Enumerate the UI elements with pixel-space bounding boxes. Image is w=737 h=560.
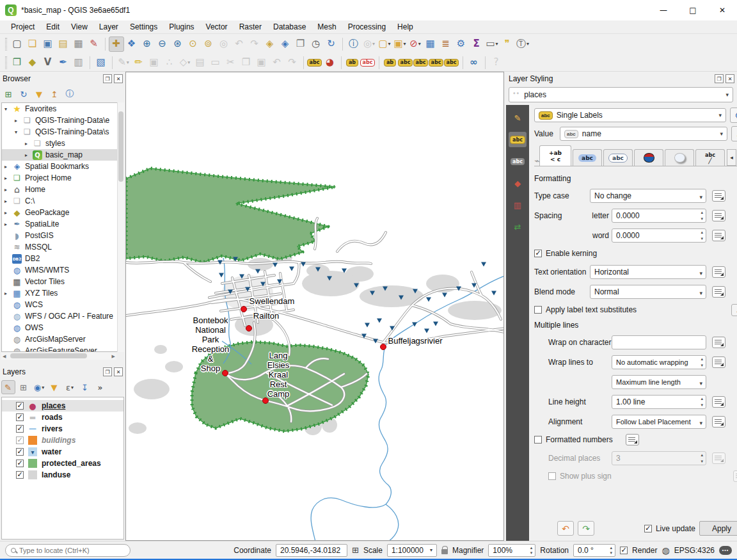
layer-row[interactable]: ✓ landuse (2, 469, 123, 481)
identify-features-icon[interactable]: ⓘ (346, 36, 361, 52)
layer-row[interactable]: ✓ places (2, 400, 123, 412)
zoom-out-icon[interactable]: ⊖ (155, 36, 170, 52)
menu-item[interactable]: Settings (124, 21, 163, 33)
data-defined-override-button[interactable] (712, 356, 725, 368)
properties-icon[interactable]: ⓘ (63, 87, 77, 101)
live-update-checkbox[interactable]: ✓ (644, 525, 652, 532)
layer-diagram-options-icon[interactable]: ◕ (322, 55, 338, 70)
add-point-feature-icon[interactable]: ∴ (162, 55, 177, 70)
undo-style-button[interactable]: ↶ (557, 521, 574, 536)
collapse-all-icon[interactable]: ↥ (47, 87, 61, 101)
data-source-manager-icon[interactable]: ❒ (10, 55, 25, 70)
wrap-character-input[interactable] (612, 335, 706, 349)
pin-label-icon[interactable]: ab (383, 55, 398, 70)
filter-by-expression-icon[interactable]: ε▾ (63, 380, 77, 394)
automated-placement-settings-button[interactable]: ⚙ (730, 108, 737, 123)
lock-scale-icon[interactable] (441, 549, 448, 554)
tree-item[interactable]: ▸ QGIS-Training-Data\e (2, 115, 123, 126)
expander-icon[interactable]: ▸ (25, 141, 33, 147)
layer-visibility-checkbox[interactable]: ✓ (16, 448, 24, 456)
expander-icon[interactable]: ▸ (4, 210, 12, 216)
new-map-view-icon[interactable]: ❐ (293, 36, 308, 52)
rotation-input[interactable]: 0.0 ° (573, 544, 615, 557)
type-case-select[interactable]: No change▾ (590, 189, 706, 203)
data-defined-override-button[interactable] (712, 190, 725, 202)
expander-icon[interactable]: ▸ (4, 187, 12, 193)
layer-row[interactable]: ✓ water (2, 446, 123, 458)
locator-bar[interactable] (5, 544, 131, 557)
apply-button[interactable]: Apply (699, 521, 737, 536)
text-annotation-icon[interactable]: Ⓣ▾ (515, 36, 530, 52)
zoom-to-layer-icon[interactable]: ⊚ (201, 36, 216, 52)
tree-item[interactable]: ▸ Spatial Bookmarks (2, 161, 123, 172)
magnifier-input[interactable]: 100% (488, 544, 535, 557)
statistics-icon[interactable]: Σ (469, 36, 484, 52)
data-defined-override-button[interactable] (712, 210, 725, 221)
expander-icon[interactable]: ▸ (4, 221, 12, 227)
zoom-in-icon[interactable]: ⊕ (139, 36, 155, 52)
expander-icon[interactable]: ▾ (4, 106, 12, 112)
layer-row[interactable]: ✓ protected_areas (2, 458, 123, 469)
extents-toggle-icon[interactable]: ⊞ (352, 545, 359, 555)
layer-row[interactable]: ✓ rivers (2, 423, 123, 435)
map-canvas[interactable]: SwellendamRailtonBontebok National Park … (125, 72, 504, 541)
layers-float-icon[interactable]: ❐ (103, 367, 112, 376)
deselect-features-icon[interactable]: ⊘▾ (408, 36, 423, 52)
expander-icon[interactable]: ▸ (4, 198, 12, 204)
expander-icon[interactable]: ▾ (15, 129, 22, 135)
menu-item[interactable]: Edit (40, 21, 65, 33)
expression-builder-button[interactable]: ε (731, 126, 737, 141)
messages-icon[interactable]: ••• (719, 546, 732, 555)
filter-legend-icon[interactable]: ▼ (47, 380, 61, 394)
close-button[interactable]: ✕ (708, 0, 737, 20)
browser-float-icon[interactable]: ❐ (103, 74, 112, 83)
wrap-lines-input[interactable]: No automatic wrapping (612, 355, 706, 369)
new-spatialite-layer-icon[interactable]: ✒ (56, 55, 71, 70)
apply-substitutes-checkbox[interactable] (534, 306, 542, 314)
tree-item[interactable]: DB2 (2, 253, 123, 264)
expand-collapse-all-icon[interactable]: ↧ (78, 380, 92, 394)
tree-item[interactable]: ▸ C:\ (2, 195, 123, 207)
zoom-to-selection-icon[interactable]: ⊙ (186, 36, 201, 52)
data-defined-override-button[interactable] (712, 337, 725, 348)
move-label-icon[interactable]: abc (413, 55, 429, 70)
browser-hscrollbar[interactable]: ◀▶ (1, 353, 116, 360)
styling-layer-select[interactable]: °° places ▾ (509, 87, 733, 102)
layer-visibility-checkbox[interactable]: ✓ (16, 425, 24, 433)
toggle-editing-icon[interactable]: ✏ (131, 55, 147, 70)
tree-item[interactable]: OWS (2, 322, 123, 333)
render-checkbox[interactable]: ✓ (620, 547, 628, 554)
expander-icon[interactable]: ▸ (25, 152, 33, 158)
map-tips-icon[interactable]: ❞ (500, 36, 515, 52)
show-layout-manager-icon[interactable]: ▦ (71, 36, 86, 52)
layer-row[interactable]: ✓ roads (2, 412, 123, 423)
formatted-numbers-checkbox[interactable] (534, 436, 542, 444)
measure-icon[interactable]: ▭▾ (484, 36, 500, 52)
layer-row[interactable]: ✓ buildings (2, 435, 123, 446)
show-bookmarks-icon[interactable]: ◈ (278, 36, 293, 52)
temporal-controller-icon[interactable]: ◷ (308, 36, 324, 52)
layer-visibility-checkbox[interactable]: ✓ (16, 436, 24, 444)
open-attribute-table-icon[interactable]: ▦ (423, 36, 438, 52)
data-defined-override-button[interactable] (712, 416, 725, 428)
expander-icon[interactable]: ▸ (4, 291, 12, 296)
enable-kerning-checkbox[interactable]: ✓ (534, 250, 542, 257)
layers-close-icon[interactable]: ✕ (114, 367, 123, 376)
manage-map-themes-icon[interactable]: ◉▾ (32, 380, 46, 394)
vertex-tool-icon[interactable]: ◇▾ (177, 55, 193, 70)
tab-shadow[interactable] (665, 149, 694, 166)
menu-item[interactable]: Processing (342, 21, 392, 33)
undo-icon[interactable]: ↶ (269, 55, 285, 70)
new-print-layout-icon[interactable]: ▤ (56, 36, 71, 52)
add-group-icon[interactable]: ⊞ (17, 380, 31, 394)
tab-text[interactable]: +ab < c (539, 145, 571, 166)
new-virtual-layer-icon[interactable]: ▥ (71, 55, 86, 70)
3d-view-tab-icon[interactable]: ◆ (509, 175, 527, 191)
line-height-input[interactable]: 1.00 line (612, 395, 706, 409)
add-selected-layers-icon[interactable]: ⊞ (1, 87, 15, 101)
browser-vscrollbar[interactable] (117, 102, 124, 352)
zoom-last-icon[interactable]: ↶ (232, 36, 247, 52)
layer-labeling-options-icon[interactable]: abc (307, 55, 322, 70)
data-defined-override-button[interactable] (712, 396, 725, 408)
show-hide-labels-icon[interactable]: abc (398, 55, 413, 70)
